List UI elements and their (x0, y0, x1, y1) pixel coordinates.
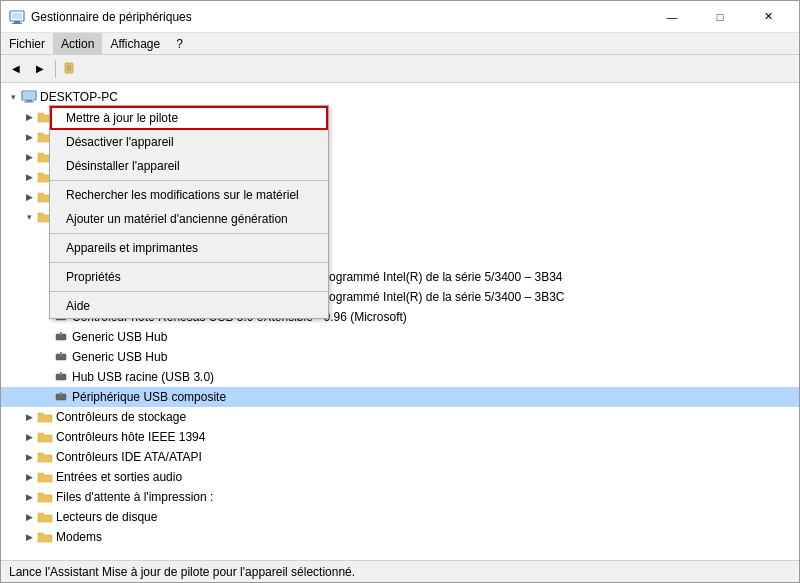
action-printers[interactable]: Appareils et imprimantes (50, 236, 328, 260)
expand-icon-keyboards[interactable]: ▶ (21, 169, 37, 185)
action-disable-device[interactable]: Désactiver l'appareil (50, 130, 328, 154)
svg-rect-3 (12, 23, 22, 24)
content-area: ▾ DESKTOP-PC ▶ Bluetooth (1, 83, 799, 560)
toolbar: ◀ ▶ (1, 55, 799, 83)
svg-rect-11 (24, 102, 34, 103)
svg-rect-27 (60, 352, 62, 355)
tree-item-usb-root-hub-30[interactable]: ▶ Hub USB racine (USB 3.0) (1, 367, 799, 387)
expand-icon-usb[interactable]: ▾ (21, 209, 37, 225)
expand-icon-modems[interactable]: ▶ (21, 529, 37, 545)
minimize-button[interactable]: — (649, 1, 695, 33)
tree-item-computer[interactable]: ▾ DESKTOP-PC (1, 87, 799, 107)
tree-item-storage[interactable]: ▶ Contrôleurs de stockage (1, 407, 799, 427)
expand-icon-ieee1394[interactable]: ▶ (21, 429, 37, 445)
device-manager-window: Gestionnaire de périphériques — □ ✕ Fich… (0, 0, 800, 583)
expand-icon-ide[interactable]: ▶ (21, 449, 37, 465)
properties-button[interactable] (60, 58, 82, 80)
menu-separator-1 (50, 180, 328, 181)
menu-separator-2 (50, 233, 328, 234)
svg-rect-9 (23, 92, 35, 99)
menu-aide[interactable]: ? (168, 33, 191, 55)
svg-rect-25 (60, 332, 62, 335)
window-icon (9, 9, 25, 25)
expand-icon-computer[interactable]: ▾ (5, 89, 21, 105)
svg-rect-29 (60, 372, 62, 375)
forward-button[interactable]: ▶ (29, 58, 51, 80)
svg-rect-2 (14, 21, 20, 23)
expand-icon-disk-drives[interactable]: ▶ (21, 509, 37, 525)
tree-item-ide[interactable]: ▶ Contrôleurs IDE ATA/ATAPI (1, 447, 799, 467)
audio-io-label: Entrées et sorties audio (56, 470, 182, 484)
menu-bar: Fichier Action Affichage ? (1, 33, 799, 55)
usb-root-hub-30-icon (53, 369, 69, 385)
usb-composite-label: Périphérique USB composite (72, 390, 226, 404)
tree-item-modems[interactable]: ▶ Modems (1, 527, 799, 547)
window-controls: — □ ✕ (649, 1, 791, 33)
folder-icon-ieee (37, 429, 53, 445)
tree-item-disk-drives[interactable]: ▶ Lecteurs de disque (1, 507, 799, 527)
generic-hub-icon-1 (53, 329, 69, 345)
folder-icon-storage (37, 409, 53, 425)
close-button[interactable]: ✕ (745, 1, 791, 33)
toolbar-separator-1 (55, 60, 56, 78)
menu-fichier[interactable]: Fichier (1, 33, 53, 55)
tree-item-usb-composite[interactable]: ▶ Périphérique USB composite (1, 387, 799, 407)
action-dropdown-menu: Mettre à jour le pilote Désactiver l'app… (49, 105, 329, 319)
root-hub-30-label: Hub USB racine (USB 3.0) (72, 370, 214, 384)
folder-icon-print-queue (37, 489, 53, 505)
svg-rect-1 (12, 13, 22, 19)
maximize-button[interactable]: □ (697, 1, 743, 33)
svg-rect-31 (60, 392, 62, 395)
modems-label: Modems (56, 530, 102, 544)
tree-item-print-queue[interactable]: ▶ Files d'attente à l'impression : (1, 487, 799, 507)
title-bar: Gestionnaire de périphériques — □ ✕ (1, 1, 799, 33)
usb-composite-icon (53, 389, 69, 405)
folder-icon-audio-io (37, 469, 53, 485)
action-scan-changes[interactable]: Rechercher les modifications sur le maté… (50, 183, 328, 207)
action-uninstall-device[interactable]: Désinstaller l'appareil (50, 154, 328, 178)
action-help[interactable]: Aide (50, 294, 328, 318)
tree-item-audio-io[interactable]: ▶ Entrées et sorties audio (1, 467, 799, 487)
generic-hub-1-label: Generic USB Hub (72, 330, 167, 344)
storage-label: Contrôleurs de stockage (56, 410, 186, 424)
expand-icon-audio-io[interactable]: ▶ (21, 469, 37, 485)
expand-icon-storage[interactable]: ▶ (21, 409, 37, 425)
action-update-driver[interactable]: Mettre à jour le pilote (50, 106, 328, 130)
generic-hub-2-label: Generic USB Hub (72, 350, 167, 364)
expand-icon-graphics[interactable]: ▶ (21, 129, 37, 145)
expand-icon-bluetooth[interactable]: ▶ (21, 109, 37, 125)
folder-icon-modems (37, 529, 53, 545)
ide-label: Contrôleurs IDE ATA/ATAPI (56, 450, 202, 464)
folder-icon-disk-drives (37, 509, 53, 525)
menu-separator-4 (50, 291, 328, 292)
tree-item-ieee1394[interactable]: ▶ Contrôleurs hôte IEEE 1394 (1, 427, 799, 447)
back-button[interactable]: ◀ (5, 58, 27, 80)
folder-icon-ide (37, 449, 53, 465)
tree-item-generic-hub-1[interactable]: ▶ Generic USB Hub (1, 327, 799, 347)
window-title: Gestionnaire de périphériques (31, 10, 649, 24)
ieee1394-label: Contrôleurs hôte IEEE 1394 (56, 430, 205, 444)
menu-action[interactable]: Action (53, 33, 102, 55)
menu-separator-3 (50, 262, 328, 263)
expand-icon-network[interactable]: ▶ (21, 149, 37, 165)
expand-icon-audio[interactable]: ▶ (21, 189, 37, 205)
action-add-legacy[interactable]: Ajouter un matériel d'ancienne génératio… (50, 207, 328, 231)
computer-label: DESKTOP-PC (40, 90, 118, 104)
expand-icon-print-queue[interactable]: ▶ (21, 489, 37, 505)
menu-affichage[interactable]: Affichage (102, 33, 168, 55)
svg-rect-10 (26, 100, 32, 102)
action-properties[interactable]: Propriétés (50, 265, 328, 289)
print-queue-label: Files d'attente à l'impression : (56, 490, 213, 504)
disk-drives-label: Lecteurs de disque (56, 510, 157, 524)
status-bar: Lance l'Assistant Mise à jour de pilote … (1, 560, 799, 582)
generic-hub-icon-2 (53, 349, 69, 365)
tree-item-generic-hub-2[interactable]: ▶ Generic USB Hub (1, 347, 799, 367)
status-text: Lance l'Assistant Mise à jour de pilote … (9, 565, 355, 579)
computer-icon (21, 89, 37, 105)
